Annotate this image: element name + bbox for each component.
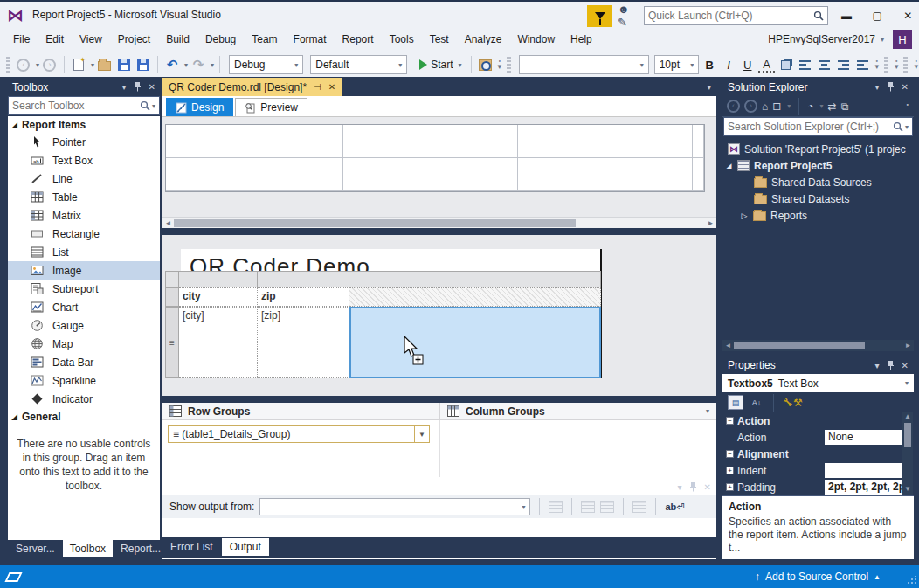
tab-preview[interactable]: Preview [235,98,307,116]
bold-button[interactable]: B [701,59,718,72]
property-pages-icon[interactable]: 🔧︎⚒︎ [783,397,803,409]
scroll-down-icon[interactable]: ▼ [904,485,911,495]
toolbox-group-report-items[interactable]: ◢ Report Items [8,116,160,133]
toolbox-item-gauge[interactable]: Gauge [8,316,160,335]
scrollbar-thumb[interactable] [174,219,576,227]
toolbox-item-text-box[interactable]: ab Text Box [8,151,160,169]
scroll-up-icon[interactable]: ▲ [904,412,911,423]
align-left-button[interactable] [796,54,813,75]
back-button[interactable]: ‹ [727,100,740,113]
data-cell-selected[interactable] [349,307,601,378]
window-position-menu-icon[interactable]: ▾ [875,361,880,370]
font-family-input[interactable] [524,59,640,71]
find-message-icon[interactable] [549,501,563,513]
toolbar-grip[interactable] [884,57,888,73]
tab-design[interactable]: Design [166,98,233,116]
menu-report[interactable]: Report [335,30,382,49]
account-menu[interactable]: HPEnvySqlServer2017 ▾ [768,33,884,45]
toolbar-overflow-button[interactable]: ''▾ [498,61,501,68]
column-groups-header[interactable]: Column Groups ▾ [439,403,716,419]
close-icon[interactable]: ✕ [149,82,155,92]
solution-explorer-search-input[interactable] [728,121,893,133]
close-icon[interactable]: ✕ [902,82,909,92]
toolbox-item-chart[interactable]: Chart [8,298,160,316]
toolbox-group-general[interactable]: ◢ General [8,408,160,425]
tab-output[interactable]: Output [222,538,269,556]
menu-analyze[interactable]: Analyze [457,30,510,49]
quick-launch-box[interactable] [644,6,829,25]
chevron-down-icon[interactable]: ▼ [414,426,429,442]
property-value-indent[interactable] [825,463,902,478]
window-position-menu-icon[interactable]: ▾ [678,482,682,492]
menu-view[interactable]: View [72,30,110,49]
filter-quick-action-button[interactable] [587,5,612,27]
tree-item-project[interactable]: ◢ Report Project5 [722,157,914,174]
forward-button[interactable]: › [744,100,757,113]
categorized-view-icon[interactable]: ▤ [728,395,743,410]
expanded-arrow-icon[interactable]: ◢ [724,162,733,170]
start-debugging-button[interactable]: Start ▾ [416,54,465,75]
tab-error-list[interactable]: Error List [162,538,221,556]
property-value-padding[interactable]: 2pt, 2pt, 2pt, 2p [825,480,902,495]
toggle-word-wrap-icon[interactable]: ab⏎ [665,502,684,513]
navigate-forward-button[interactable]: › [41,54,59,75]
column-handle[interactable] [179,271,258,287]
collapsed-arrow-icon[interactable]: ▷ [740,211,749,220]
next-message-icon[interactable] [600,501,614,513]
toolbox-item-sparkline[interactable]: Sparkline [8,371,160,390]
solution-platform-dropdown[interactable]: Default ▾ [310,55,407,74]
collapse-box-icon[interactable]: − [726,417,734,425]
column-handle[interactable] [349,271,601,287]
italic-button[interactable]: I [720,59,737,72]
attach-to-process-button[interactable] [477,54,494,75]
menu-project[interactable]: Project [110,30,158,49]
feedback-icon[interactable]: ☻✎ [618,3,639,29]
toolbar-overflow-button[interactable]: '' [907,105,908,108]
scroll-right-icon[interactable]: ► [902,342,914,349]
alphabetical-sort-icon[interactable]: A↓ [749,395,764,410]
menu-debug[interactable]: Debug [197,30,244,49]
dataset-grid[interactable] [165,124,705,192]
data-cell-zip[interactable]: [zip] [258,307,349,378]
resize-grip[interactable] [907,576,916,585]
toolbox-item-matrix[interactable]: Matrix [8,206,160,225]
format-painter-button[interactable] [777,54,794,75]
properties-title-bar[interactable]: Properties ▾ ✕ [722,356,914,374]
pin-icon[interactable] [887,361,895,370]
scroll-left-icon[interactable]: ◄ [162,219,174,227]
toolbox-title-bar[interactable]: Toolbox ▾ ✕ [7,78,161,96]
solution-explorer-search-box[interactable]: ▾ [723,117,913,136]
add-to-source-control-button[interactable]: ↑ Add to Source Control ▲ [755,571,881,583]
toolbox-item-data-bar[interactable]: Data Bar [8,353,160,371]
menu-window[interactable]: Window [509,30,563,49]
toolbox-search-input[interactable] [12,100,140,112]
toolbox-item-table[interactable]: Table [8,188,160,206]
align-right-button[interactable] [834,54,852,75]
tab-report-data[interactable]: Report... [114,540,168,557]
toolbox-item-map[interactable]: Map [8,335,160,353]
toolbox-item-subreport[interactable]: Subreport [8,280,160,298]
output-content[interactable] [162,518,716,537]
editor-horizontal-scrollbar[interactable]: ◄ ► [162,217,716,228]
property-category-alignment[interactable]: − Alignment [722,446,914,462]
window-position-menu-icon[interactable]: ▾ [122,82,127,92]
tree-item-shared-data-sources[interactable]: Shared Data Sources [722,174,914,190]
pending-changes-filter-icon[interactable]: ◔ [807,100,813,113]
row-group-item[interactable]: ≡ (table1_Details_Group) ▼ [168,425,430,443]
title-bar[interactable]: ⋈ Report Project5 - Microsoft Visual Stu… [0,2,919,28]
properties-object-selector[interactable]: Textbox5 Text Box ▾ [722,374,914,392]
property-value-action[interactable]: None [825,430,902,445]
close-icon[interactable]: ✕ [902,361,909,370]
properties-vertical-scrollbar[interactable]: ▲ ▼ [902,412,913,495]
column-handle-band[interactable] [165,271,601,287]
font-color-button[interactable]: A [758,58,776,73]
toolbar-grip[interactable] [6,57,10,73]
menu-file[interactable]: File [5,30,38,49]
data-cell-city[interactable]: [city] [179,307,258,378]
header-cell-empty[interactable] [349,287,601,307]
close-icon[interactable]: ✕ [328,82,335,92]
show-output-from-dropdown[interactable]: ▾ [259,498,530,515]
header-cell-zip[interactable]: zip [258,287,349,307]
row-handle[interactable]: ≡ [165,307,179,378]
save-button[interactable] [115,54,133,75]
